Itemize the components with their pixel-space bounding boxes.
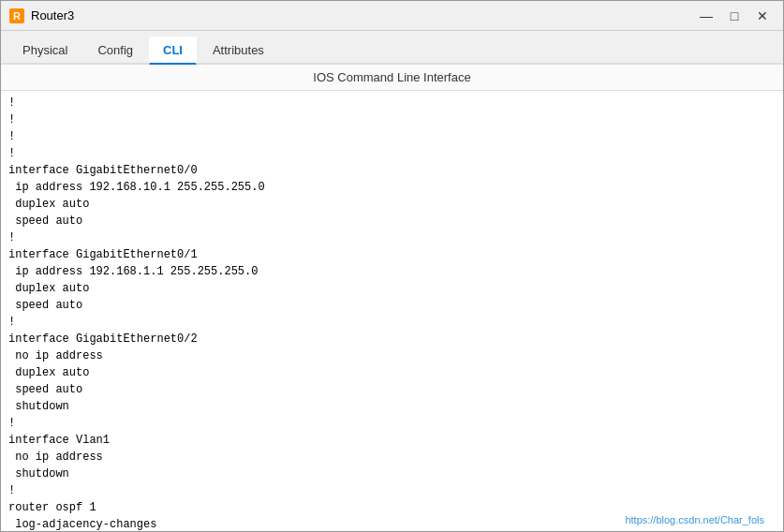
- tab-physical[interactable]: Physical: [8, 37, 81, 63]
- title-bar: R Router3 — □ ✕: [1, 1, 783, 31]
- tab-cli[interactable]: CLI: [149, 37, 197, 65]
- tab-config[interactable]: Config: [83, 37, 147, 63]
- section-header: IOS Command Line Interface: [1, 65, 783, 91]
- cli-output[interactable]: ! ! ! ! interface GigabitEthernet0/0 ip …: [1, 91, 783, 531]
- main-window: R Router3 — □ ✕ Physical Config CLI Attr…: [0, 0, 784, 532]
- app-icon: R: [8, 7, 25, 24]
- close-button[interactable]: ✕: [749, 6, 776, 26]
- window-title: Router3: [31, 8, 693, 22]
- tab-attributes[interactable]: Attributes: [199, 37, 278, 63]
- maximize-button[interactable]: □: [721, 6, 747, 26]
- minimize-button[interactable]: —: [693, 6, 719, 26]
- svg-text:R: R: [13, 10, 21, 22]
- window-controls: — □ ✕: [693, 6, 776, 26]
- tab-bar: Physical Config CLI Attributes: [1, 31, 783, 65]
- cli-area: ! ! ! ! interface GigabitEthernet0/0 ip …: [1, 91, 783, 531]
